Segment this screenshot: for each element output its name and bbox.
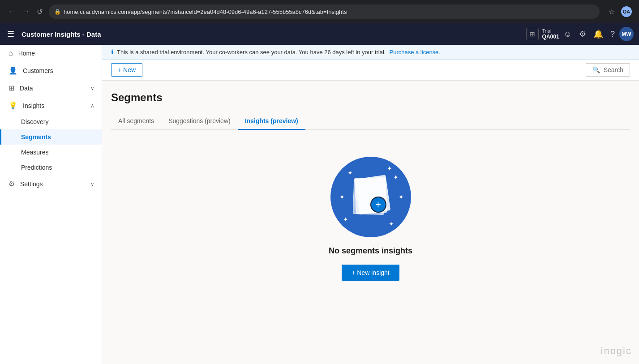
new-button[interactable]: + New: [111, 63, 142, 77]
address-bar[interactable]: 🔒 home.ci.ai.dynamics.com/app/segments?i…: [49, 4, 600, 19]
tab-all-segments[interactable]: All segments: [111, 113, 161, 130]
tab-insights[interactable]: Insights (preview): [238, 113, 305, 130]
tabs-bar: All segments Suggestions (preview) Insig…: [111, 113, 630, 130]
trial-info: ⊞ Trial QA001: [526, 28, 559, 40]
sidebar-item-settings-label: Settings: [20, 180, 43, 188]
help-button[interactable]: ?: [608, 27, 618, 42]
sidebar-item-home[interactable]: ⌂ Home: [0, 45, 102, 62]
sidebar-item-measures[interactable]: Measures: [0, 145, 102, 160]
search-icon: 🔍: [592, 66, 600, 73]
customers-icon: 👤: [9, 66, 17, 75]
environment-icon: ⊞: [526, 28, 539, 40]
app-title: Customer Insights - Data: [21, 30, 521, 38]
sparkle-icon-3: ✦: [393, 174, 399, 181]
app-shell: ☰ Customer Insights - Data ⊞ Trial QA001…: [0, 23, 639, 364]
sidebar-item-segments-label: Segments: [21, 133, 51, 141]
trial-banner: ℹ This is a shared trial environment. Yo…: [102, 45, 639, 60]
hamburger-button[interactable]: ☰: [5, 27, 16, 41]
sidebar-item-segments[interactable]: Segments: [0, 129, 102, 145]
sidebar-item-data-label: Data: [20, 85, 33, 92]
purchase-license-link[interactable]: Purchase a license.: [390, 49, 440, 56]
search-button[interactable]: 🔍 Search: [586, 63, 630, 77]
sparkle-icon-1: ✦: [347, 169, 353, 176]
top-nav: ☰ Customer Insights - Data ⊞ Trial QA001…: [0, 23, 639, 45]
trial-banner-message: This is a shared trial environment. Your…: [117, 49, 386, 56]
emoji-button[interactable]: ☺: [561, 27, 575, 42]
sidebar-item-customers-label: Customers: [23, 67, 53, 74]
trial-name: QA001: [542, 34, 559, 40]
data-icon: ⊞: [9, 84, 14, 92]
sparkle-icon-7: ✦: [389, 220, 394, 227]
profile-button[interactable]: QA: [619, 4, 634, 19]
content-area: ℹ This is a shared trial environment. Yo…: [102, 45, 639, 364]
bookmark-button[interactable]: ☆: [607, 4, 617, 19]
settings-button[interactable]: ⚙: [576, 26, 589, 42]
tab-suggestions[interactable]: Suggestions (preview): [161, 113, 238, 130]
top-nav-right: ⊞ Trial QA001 ☺ ⚙ 🔔 ? MW: [526, 26, 634, 42]
reload-button[interactable]: ↺: [34, 6, 45, 18]
sidebar-item-data[interactable]: ⊞ Data ∨: [0, 79, 102, 97]
sidebar-item-insights-label: Insights: [23, 102, 44, 109]
trial-text: Trial QA001: [542, 28, 559, 40]
data-chevron-icon: ∨: [90, 85, 94, 91]
empty-state: ✦ ✦ ✦ ✦ ✦ ✦ ✦ +: [111, 130, 630, 308]
main-layout: ⌂ Home 👤 Customers ⊞ Data ∨ 💡 Insights ∧…: [0, 45, 639, 364]
sparkle-icon-6: ✦: [343, 216, 348, 223]
info-icon: ℹ: [111, 48, 113, 56]
plus-circle-icon: +: [370, 197, 386, 213]
sidebar-item-insights[interactable]: 💡 Insights ∧: [0, 97, 102, 114]
notifications-button[interactable]: 🔔: [591, 26, 606, 42]
user-avatar-button[interactable]: MW: [619, 27, 634, 41]
sidebar: ⌂ Home 👤 Customers ⊞ Data ∨ 💡 Insights ∧…: [0, 45, 102, 364]
sidebar-item-predictions[interactable]: Predictions: [0, 160, 102, 175]
back-button[interactable]: ←: [5, 6, 18, 18]
browser-nav-buttons: ← → ↺: [5, 6, 45, 18]
content-header: + New 🔍 Search: [102, 60, 639, 81]
sparkle-icon-5: ✦: [399, 193, 404, 201]
sidebar-item-settings[interactable]: ⚙ Settings ∨: [0, 175, 102, 193]
sidebar-item-predictions-label: Predictions: [21, 164, 52, 171]
docs-stack: +: [351, 177, 391, 217]
sidebar-item-discovery-label: Discovery: [21, 118, 48, 125]
home-icon: ⌂: [9, 49, 13, 57]
sidebar-item-customers[interactable]: 👤 Customers: [0, 62, 102, 79]
insights-icon: 💡: [9, 101, 17, 110]
settings-chevron-icon: ∨: [90, 181, 94, 187]
sparkle-icon-4: ✦: [339, 193, 345, 201]
sidebar-item-measures-label: Measures: [21, 149, 48, 156]
new-insight-button[interactable]: + New insight: [342, 265, 399, 281]
empty-state-title: No segments insights: [329, 246, 412, 256]
browser-actions: ☆ QA: [607, 4, 634, 19]
sidebar-item-discovery[interactable]: Discovery: [0, 114, 102, 129]
empty-illustration: ✦ ✦ ✦ ✦ ✦ ✦ ✦ +: [330, 157, 411, 237]
lock-icon: 🔒: [54, 9, 61, 15]
page-title: Segments: [111, 91, 630, 104]
insights-chevron-icon: ∧: [90, 103, 94, 109]
browser-chrome: ← → ↺ 🔒 home.ci.ai.dynamics.com/app/segm…: [0, 0, 639, 23]
sparkle-icon-2: ✦: [387, 165, 392, 172]
settings-nav-icon: ⚙: [9, 180, 15, 188]
url-text: home.ci.ai.dynamics.com/app/segments?ins…: [64, 9, 347, 15]
search-label: Search: [604, 66, 623, 73]
sidebar-item-home-label: Home: [18, 50, 35, 57]
trial-label: Trial: [542, 28, 559, 34]
page-content: Segments All segments Suggestions (previ…: [102, 81, 639, 364]
browser-avatar: QA: [621, 6, 632, 17]
forward-button[interactable]: →: [20, 6, 32, 18]
